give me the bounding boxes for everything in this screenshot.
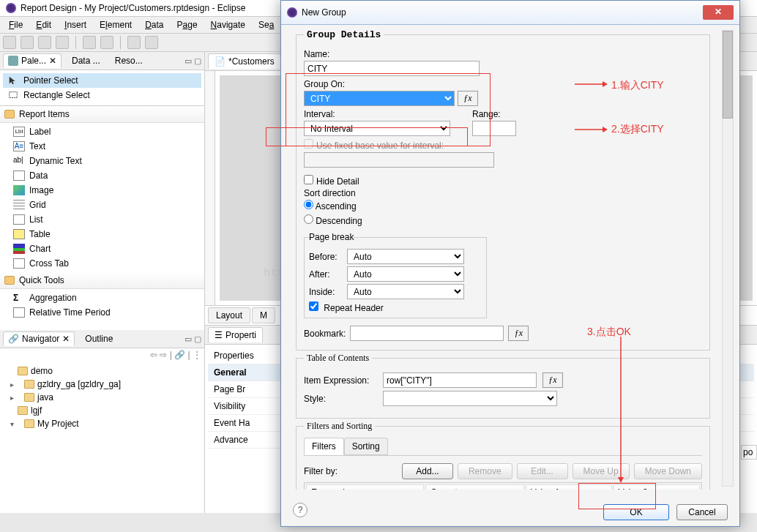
report-items-list: LblLabel A≡Text ab|Dynamic Text Data Ima… <box>0 123 204 272</box>
toolbar-run[interactable] <box>83 36 96 49</box>
tree-lgjf[interactable]: lgjf <box>3 404 201 417</box>
name-label: Name: <box>304 49 523 59</box>
toolbar-ext[interactable] <box>127 36 141 49</box>
add-button[interactable]: Add... <box>402 463 453 479</box>
tree-gzldry[interactable]: gzldry_ga [gzldry_ga] <box>3 378 201 391</box>
item-dynamic-text[interactable]: ab|Dynamic Text <box>0 154 204 168</box>
palette-rectangle-select[interactable]: Rectangle Select <box>3 88 201 102</box>
style-select[interactable] <box>383 391 557 406</box>
menu-insert[interactable]: Insert <box>59 18 92 31</box>
toolbar-debug[interactable] <box>100 36 113 49</box>
bookmark-fx-button[interactable]: ƒx <box>508 326 529 341</box>
menu-file[interactable]: File <box>3 18 29 31</box>
dialog-title: New Group <box>302 7 346 18</box>
svg-rect-0 <box>10 92 18 98</box>
menu-search[interactable]: Sea <box>253 18 280 31</box>
item-expression-label: Item Expression: <box>304 375 377 386</box>
range-label: Range: <box>472 109 516 119</box>
item-chart[interactable]: Chart <box>0 241 204 256</box>
fixed-base-input <box>304 152 494 168</box>
dialog-scrollbar[interactable] <box>722 30 734 487</box>
item-expression-input[interactable] <box>383 372 537 388</box>
toolbar-save-all[interactable] <box>38 36 51 49</box>
menu-element[interactable]: Element <box>94 18 138 31</box>
item-expression-fx-button[interactable]: ƒx <box>542 372 563 388</box>
tab-resources[interactable]: Reso... <box>111 54 147 67</box>
tab-outline[interactable]: Outline <box>81 332 117 345</box>
editor-tab-customers[interactable]: 📄 *Customers <box>208 53 281 69</box>
palette-pointer-select[interactable]: Pointer Select <box>3 73 201 88</box>
tab-data[interactable]: Data ... <box>67 54 105 67</box>
style-label: Style: <box>304 394 377 404</box>
item-label[interactable]: LblLabel <box>0 124 204 139</box>
folder-icon <box>4 276 15 285</box>
tab-master[interactable]: M <box>252 307 275 323</box>
page-break-legend: Page break <box>309 232 354 242</box>
item-aggregation[interactable]: ΣAggregation <box>0 291 204 305</box>
rectangle-icon <box>7 90 19 100</box>
item-text[interactable]: A≡Text <box>0 139 204 154</box>
toolbar-save[interactable] <box>20 36 34 49</box>
after-select[interactable]: Auto <box>347 266 464 282</box>
sort-asc-radio[interactable]: Ascending <box>304 198 487 213</box>
report-items-header[interactable]: Report Items <box>0 106 204 123</box>
ok-button[interactable]: OK <box>603 504 669 520</box>
group-details-legend: Group Details <box>304 29 384 40</box>
tab-sorting[interactable]: Sorting <box>344 438 388 455</box>
toolbar-new[interactable] <box>3 36 16 49</box>
range-input[interactable] <box>472 121 516 136</box>
menu-data[interactable]: Data <box>139 18 169 31</box>
close-button[interactable]: ✕ <box>703 5 734 20</box>
menu-navigate[interactable]: Navigate <box>205 18 251 31</box>
item-relative-time[interactable]: Relative Time Period <box>0 305 204 320</box>
quick-tools-header[interactable]: Quick Tools <box>0 272 204 289</box>
item-image[interactable]: Image <box>0 183 204 198</box>
inside-select[interactable]: Auto <box>347 284 464 299</box>
filters-table[interactable]: Expression Operator Value 1 Value 2 <box>304 482 702 490</box>
hide-detail-check[interactable]: Hide Detail <box>304 175 523 187</box>
sort-desc-radio[interactable]: Descending <box>304 213 487 228</box>
tree-java[interactable]: java <box>3 391 201 404</box>
tab-filters[interactable]: Filters <box>304 438 344 455</box>
tree-demo[interactable]: demo <box>3 364 201 378</box>
tab-palette[interactable]: Pale... ✕ <box>3 53 61 68</box>
col-expression[interactable]: Expression <box>306 484 424 490</box>
item-crosstab[interactable]: Cross Tab <box>0 256 204 271</box>
new-group-dialog: New Group ✕ Group Details Name: Group On… <box>280 0 740 527</box>
folder-icon <box>4 110 15 119</box>
interval-select[interactable]: No Interval <box>304 121 450 136</box>
repeat-header-check[interactable]: Repeat Header <box>309 303 384 313</box>
view-minimize-icon[interactable]: ▭ ▢ <box>184 56 201 66</box>
name-input[interactable] <box>304 61 480 76</box>
cancel-button[interactable]: Cancel <box>676 504 728 520</box>
item-grid[interactable]: Grid <box>0 198 204 212</box>
group-on-select[interactable]: CITY <box>304 91 455 106</box>
tree-my-project[interactable]: My Project <box>3 417 201 430</box>
group-on-fx-button[interactable]: ƒx <box>458 91 478 106</box>
bookmark-label: Bookmark: <box>304 329 346 339</box>
movedown-button: Move Down <box>634 463 702 479</box>
toolbar-ext2[interactable] <box>145 36 158 49</box>
pointer-icon <box>7 75 19 86</box>
tab-layout[interactable]: Layout <box>208 307 250 323</box>
item-list[interactable]: List <box>0 212 204 227</box>
col-value2[interactable]: Value 2 <box>614 484 700 490</box>
menu-edit[interactable]: Edit <box>30 18 57 31</box>
col-operator[interactable]: Operator <box>425 484 524 490</box>
col-value1[interactable]: Value 1 <box>526 484 612 490</box>
help-icon[interactable]: ? <box>293 503 307 517</box>
item-table[interactable]: Table <box>0 227 204 241</box>
tab-properties[interactable]: ☰ Properti <box>208 327 263 342</box>
view-minimize-icon[interactable]: ▭ ▢ <box>184 334 201 344</box>
before-select[interactable]: Auto <box>347 249 464 264</box>
eclipse-icon <box>6 3 16 13</box>
tab-navigator[interactable]: 🔗 Navigator ✕ <box>3 331 75 346</box>
toolbar-print[interactable] <box>56 36 69 49</box>
vertical-ruler <box>205 71 215 305</box>
menu-page[interactable]: Page <box>171 18 204 31</box>
bookmark-input[interactable] <box>350 326 504 341</box>
navigator-tree: demo gzldry_ga [gzldry_ga] java lgjf My … <box>0 361 204 433</box>
toc-legend: Table of Contents <box>304 353 372 364</box>
item-data[interactable]: Data <box>0 168 204 183</box>
moveup-button: Move Up <box>573 463 630 479</box>
